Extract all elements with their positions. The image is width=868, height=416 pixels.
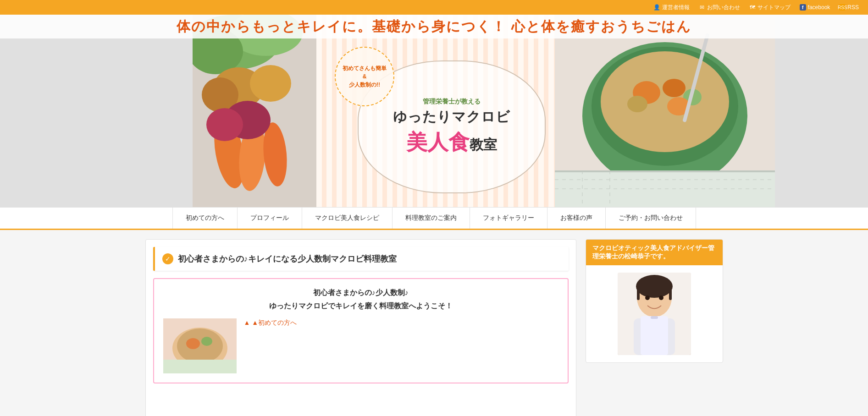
hero-section: 体の中からもっとキレイに。基礎から身につく！ 心と体を癒すおうちごはん: [0, 15, 868, 207]
operator-icon: 👤: [654, 4, 660, 11]
svg-point-36: [636, 275, 673, 298]
rss-icon: RSS: [839, 4, 846, 11]
hero-title: 体の中からもっとキレイに。基礎から身につく！ 心と体を癒すおうちごはん: [177, 17, 691, 36]
nav-beginners[interactable]: 初めての方へ: [172, 208, 238, 229]
pink-box-title1: 初心者さまからの♪少人数制♪: [163, 288, 558, 298]
person-photo: [618, 273, 691, 355]
nav-reservation[interactable]: ご予約・お問い合わせ: [606, 208, 696, 229]
sidebar: マクロビオティック美人食アドバイザー管理栄養士の松崎恭子です。: [586, 239, 723, 416]
hero-center-panel: 初めてさんも簡単 & 少人数制の!! 管理栄養士が教える ゆったりマクロビ 美人…: [316, 15, 555, 207]
hero-right-photo: [555, 15, 775, 207]
badge-bubble: 初めてさんも簡単 & 少人数制の!!: [335, 47, 394, 106]
pink-box-subtitle: ゆったりマクロビでキレイを磨く料理教室へようこそ！: [163, 301, 558, 311]
nav-cooking-class[interactable]: 料理教室のご案内: [393, 208, 470, 229]
pink-box-image: [163, 318, 237, 373]
main-nav: 初めての方へ プロフィール マクロビ美人食レシピ 料理教室のご案内 フォトギャラ…: [0, 207, 868, 230]
svg-rect-33: [163, 360, 237, 373]
rss-label: RSS: [847, 4, 859, 11]
beginners-link[interactable]: ▲初めての方へ: [244, 319, 297, 326]
facebook-link[interactable]: f facebook: [800, 4, 830, 11]
contact-link[interactable]: ✉ お問い合わせ: [699, 4, 740, 11]
svg-rect-38: [669, 284, 672, 300]
sidebar-header: マクロビオティック美人食アドバイザー管理栄養士の松崎恭子です。: [586, 240, 723, 265]
top-bar: 👤 運営者情報 ✉ お問い合わせ 🗺 サイトマップ f facebook RSS…: [0, 0, 868, 15]
svg-rect-42: [641, 316, 668, 355]
article-header: ✓ 初心者さまからの♪キレイになる少人数制マクロビ料理教室: [153, 247, 569, 271]
sidebar-profile-box: マクロビオティック美人食アドバイザー管理栄養士の松崎恭子です。: [586, 239, 723, 363]
article-title: 初心者さまからの♪キレイになる少人数制マクロビ料理教室: [178, 253, 397, 264]
pink-box-text-area: ▲初めての方へ: [244, 318, 297, 373]
class-suffix: 教室: [470, 137, 497, 152]
svg-point-5: [250, 65, 291, 102]
nav-testimonials[interactable]: お客様の声: [547, 208, 606, 229]
svg-point-40: [659, 296, 663, 300]
content-area: ✓ 初心者さまからの♪キレイになる少人数制マクロビ料理教室 初心者さまからの♪少…: [145, 239, 576, 416]
svg-rect-23: [555, 170, 775, 172]
badge-text: 初めてさんも簡単 & 少人数制の!!: [343, 64, 387, 89]
sitemap-link[interactable]: 🗺 サイトマップ: [749, 4, 791, 11]
sitemap-label: サイトマップ: [757, 4, 791, 11]
svg-point-15: [601, 51, 729, 152]
svg-point-11: [206, 108, 243, 141]
nav-gallery[interactable]: フォトギャラリー: [470, 208, 547, 229]
main-area: ✓ 初心者さまからの♪キレイになる少人数制マクロビ料理教室 初心者さまからの♪少…: [136, 239, 732, 416]
svg-rect-43: [651, 316, 658, 319]
nav-profile[interactable]: プロフィール: [238, 208, 302, 229]
svg-rect-37: [637, 284, 640, 300]
nav-recipe[interactable]: マクロビ美人食レシピ: [302, 208, 393, 229]
pink-content-box: 初心者さまからの♪少人数制♪ ゆったりマクロビでキレイを磨く料理教室へようこそ！: [153, 278, 569, 383]
sidebar-content: [586, 265, 723, 362]
class-beauty-row: 美人食教室: [406, 128, 497, 157]
facebook-label: facebook: [808, 4, 830, 11]
hero-left-photo: [193, 15, 316, 207]
pink-box-inner: ▲初めての方へ: [163, 318, 558, 373]
operator-label: 運営者情報: [662, 4, 690, 11]
svg-point-32: [201, 337, 212, 346]
class-intro-text: 管理栄養士が教える: [423, 98, 481, 106]
svg-point-30: [177, 328, 223, 363]
operator-link[interactable]: 👤 運営者情報: [654, 4, 690, 11]
svg-point-19: [627, 96, 647, 112]
svg-point-39: [645, 296, 650, 300]
class-name-text: ゆったりマクロビ: [393, 108, 510, 126]
svg-point-31: [186, 338, 200, 349]
sitemap-icon: 🗺: [749, 4, 756, 11]
svg-point-17: [663, 79, 686, 97]
contact-label: お問い合わせ: [707, 4, 740, 11]
beauty-kanji: 美人食: [406, 130, 470, 154]
site-wrapper: 👤 運営者情報 ✉ お問い合わせ 🗺 サイトマップ f facebook RSS…: [0, 0, 868, 416]
hero-title-bar: 体の中からもっとキレイに。基礎から身につく！ 心と体を癒すおうちごはん: [0, 15, 868, 38]
rss-link[interactable]: RSS RSS: [839, 4, 859, 11]
contact-icon: ✉: [699, 4, 705, 11]
facebook-icon: f: [800, 4, 806, 11]
check-icon: ✓: [162, 253, 173, 264]
